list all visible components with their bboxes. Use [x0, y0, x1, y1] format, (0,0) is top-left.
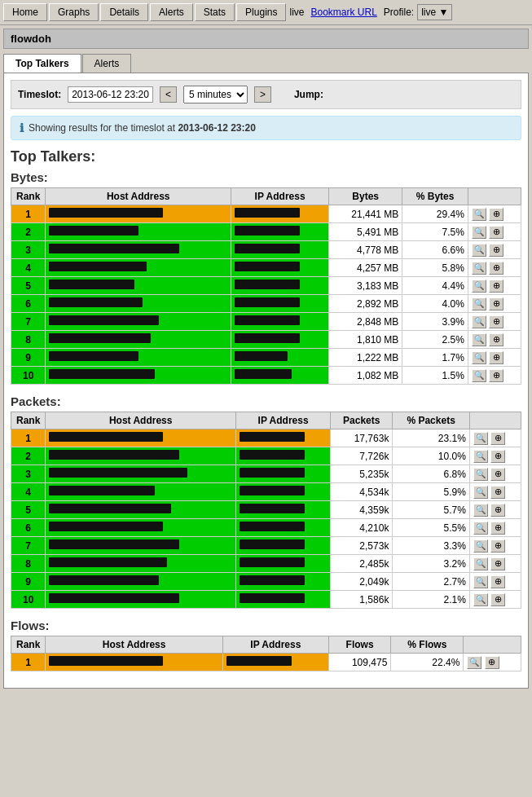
search-icon[interactable]: 🔍 [472, 351, 486, 364]
network-icon[interactable]: ⊕ [489, 244, 503, 257]
search-icon[interactable]: 🔍 [472, 208, 486, 221]
ip-cell [231, 205, 329, 223]
network-icon[interactable]: ⊕ [490, 450, 505, 463]
search-icon[interactable]: 🔍 [473, 593, 488, 606]
action-cell: 🔍 ⊕ [469, 537, 521, 555]
timeslot-prev-btn[interactable]: < [160, 86, 177, 103]
search-icon[interactable]: 🔍 [472, 333, 486, 346]
network-icon[interactable]: ⊕ [490, 522, 505, 535]
network-icon[interactable]: ⊕ [489, 333, 503, 346]
network-icon[interactable]: ⊕ [485, 656, 499, 669]
network-icon[interactable]: ⊕ [490, 486, 505, 499]
ip-bar [235, 262, 300, 271]
network-icon[interactable]: ⊕ [489, 297, 503, 310]
pct-cell: 1.5% [402, 367, 468, 385]
host-bar [49, 575, 159, 585]
search-icon[interactable]: 🔍 [473, 539, 488, 553]
search-icon[interactable]: 🔍 [473, 504, 488, 517]
network-icon[interactable]: ⊕ [490, 504, 505, 517]
nav-plugins[interactable]: Plugins [236, 3, 286, 21]
nav-home[interactable]: Home [3, 3, 47, 21]
host-cell [46, 465, 236, 483]
network-icon[interactable]: ⊕ [490, 432, 505, 445]
host-cell [46, 519, 236, 537]
search-icon[interactable]: 🔍 [472, 262, 486, 275]
search-icon[interactable]: 🔍 [473, 522, 488, 535]
nav-details[interactable]: Details [100, 3, 148, 21]
value-cell: 7,726k [331, 447, 393, 465]
bytes-col-pct: % Bytes [402, 188, 468, 205]
ip-bar [240, 450, 305, 460]
host-bar [49, 522, 163, 531]
ip-bar [235, 280, 300, 289]
nav-graphs[interactable]: Graphs [49, 3, 99, 21]
search-icon[interactable]: 🔍 [473, 432, 488, 445]
ip-cell [231, 331, 329, 349]
flows-table: Rank Host Address IP Address Flows % Flo… [11, 636, 521, 672]
network-icon[interactable]: ⊕ [489, 351, 503, 364]
tabs-bar: Top Talkers Alerts [3, 54, 529, 73]
network-icon[interactable]: ⊕ [489, 208, 503, 221]
value-cell: 109,475 [328, 654, 390, 672]
nav-bookmark-url[interactable]: Bookmark URL [310, 7, 376, 18]
network-icon[interactable]: ⊕ [489, 369, 503, 382]
timeslot-jump-select[interactable]: 5 minutes [183, 86, 248, 103]
pct-cell: 2.1% [393, 591, 469, 609]
table-row: 10 1,082 MB 1.5% 🔍 ⊕ [11, 367, 521, 385]
nav-stats[interactable]: Stats [195, 3, 235, 21]
bytes-col-actions [468, 188, 521, 205]
ip-cell [236, 537, 331, 555]
table-row: 8 2,485k 3.2% 🔍 ⊕ [11, 555, 521, 573]
table-row: 6 4,210k 5.5% 🔍 ⊕ [11, 519, 521, 537]
packets-col-rank: Rank [11, 412, 46, 429]
tab-alerts[interactable]: Alerts [82, 54, 132, 73]
host-bar [49, 504, 171, 513]
bytes-col-ip: IP Address [231, 188, 329, 205]
pct-cell: 6.6% [402, 241, 468, 259]
action-cell: 🔍 ⊕ [469, 501, 521, 519]
search-icon[interactable]: 🔍 [472, 244, 486, 257]
network-icon[interactable]: ⊕ [489, 280, 503, 293]
host-cell [46, 259, 231, 277]
network-icon[interactable]: ⊕ [490, 539, 505, 553]
network-icon[interactable]: ⊕ [490, 468, 505, 481]
search-icon[interactable]: 🔍 [472, 280, 486, 293]
timeslot-next-btn[interactable]: > [254, 86, 271, 103]
pct-cell: 10.0% [393, 447, 469, 465]
value-cell: 1,222 MB [329, 349, 402, 367]
search-icon[interactable]: 🔍 [472, 226, 486, 239]
ip-bar [240, 593, 305, 603]
action-cell: 🔍 ⊕ [469, 447, 521, 465]
rank-cell: 10 [11, 367, 46, 385]
nav-alerts[interactable]: Alerts [150, 3, 193, 21]
info-icon: ℹ [20, 121, 24, 134]
search-icon[interactable]: 🔍 [473, 557, 488, 570]
network-icon[interactable]: ⊕ [489, 226, 503, 239]
rank-cell: 3 [11, 241, 46, 259]
host-bar [49, 432, 163, 442]
network-icon[interactable]: ⊕ [489, 315, 503, 328]
search-icon[interactable]: 🔍 [473, 486, 488, 499]
network-icon[interactable]: ⊕ [490, 575, 505, 588]
search-icon[interactable]: 🔍 [472, 315, 486, 328]
rank-cell: 9 [11, 573, 46, 591]
pct-cell: 5.7% [393, 501, 469, 519]
network-icon[interactable]: ⊕ [489, 262, 503, 275]
bytes-col-rank: Rank [11, 188, 46, 205]
flows-col-ip: IP Address [222, 636, 328, 654]
tab-top-talkers[interactable]: Top Talkers [3, 54, 81, 73]
network-icon[interactable]: ⊕ [490, 593, 505, 606]
pct-cell: 23.1% [393, 429, 469, 447]
search-icon[interactable]: 🔍 [473, 450, 488, 463]
nav-profile-dropdown[interactable]: live ▼ [417, 4, 452, 20]
pct-cell: 6.8% [393, 465, 469, 483]
table-row: 7 2,848 MB 3.9% 🔍 ⊕ [11, 313, 521, 331]
network-icon[interactable]: ⊕ [490, 557, 505, 570]
search-icon[interactable]: 🔍 [473, 468, 488, 481]
host-cell [46, 331, 231, 349]
table-row: 5 4,359k 5.7% 🔍 ⊕ [11, 501, 521, 519]
search-icon[interactable]: 🔍 [472, 369, 486, 382]
search-icon[interactable]: 🔍 [467, 656, 481, 669]
search-icon[interactable]: 🔍 [472, 297, 486, 310]
search-icon[interactable]: 🔍 [473, 575, 488, 588]
